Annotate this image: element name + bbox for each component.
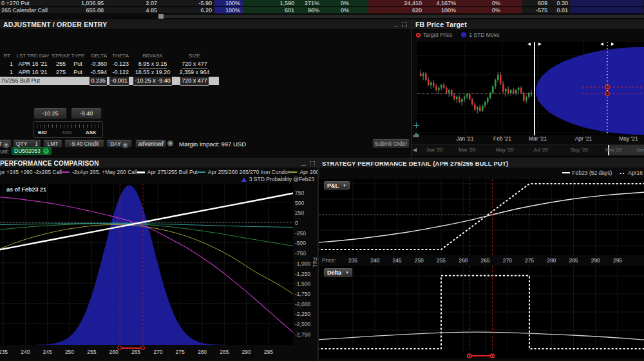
position-cell: 1,036.95 <box>64 0 106 6</box>
submit-order-button[interactable]: Submit Order <box>372 139 410 148</box>
price-slider[interactable]: BID MID ASK <box>33 121 103 138</box>
column-header: DELTA <box>86 52 108 60</box>
fb-legend-item[interactable]: Target Price <box>416 32 452 38</box>
fb-timeline-scrollbar[interactable]: ◀ Jan '20Mar '20May '20Jul '20Sep '20Nov… <box>412 144 644 155</box>
order-leg-row[interactable]: 1APR 16 '21275Put-0.594-0.12218.55 x 19.… <box>0 68 219 77</box>
strategy-summary-row[interactable]: 75/255 Bull Put0.235-0.001-10.25 x -9.40… <box>0 77 219 85</box>
size-cell: 2,359 x 964 <box>175 68 214 77</box>
restore-icon[interactable] <box>402 22 407 27</box>
performance-comparison-panel: PERFORMANCE COMPARISON pr +245 +290 -2x2… <box>0 159 317 361</box>
delta-metric-dropdown[interactable]: Delta▼ <box>324 268 352 277</box>
chevron-down-icon: ▼ <box>43 148 49 154</box>
bid-price-button[interactable]: -10.25 <box>33 108 67 119</box>
limit-credit-button[interactable]: -9.40 Credit <box>64 139 104 148</box>
tif-dropdown[interactable]: DAY ▼ <box>106 139 132 148</box>
position-label: 0 +270 Put <box>0 0 64 6</box>
position-cell <box>503 7 522 14</box>
ask-price-button[interactable]: -9.40 <box>71 108 102 119</box>
comp-legend-item[interactable]: -2xApr 265. +May 260 Call <box>62 169 137 175</box>
x-tick-label: 255 <box>87 349 96 355</box>
delta-chart <box>319 266 644 358</box>
fb-legend-item[interactable]: 1 STD Move <box>461 32 499 38</box>
comp-legend-item[interactable]: Apr 275/255 Bull Put <box>137 169 198 175</box>
fb-legend: Target Price1 STD Move <box>416 32 500 38</box>
expiry-cell: APR 16 '21 <box>14 60 52 69</box>
y-tick-label: -2,000 <box>295 301 310 307</box>
x-tick-label: 290 <box>242 349 251 355</box>
account-dropdown[interactable]: DU502053 ▼ <box>12 147 52 155</box>
top-horizontal-scrollbar[interactable] <box>0 14 644 19</box>
x-tick-label: 295 <box>264 349 273 355</box>
expiry-cell: APR 16 '21 <box>14 68 52 77</box>
pnl-chart <box>319 179 644 255</box>
legend-item-apr16[interactable]: •• Apr16 <box>620 170 643 176</box>
breakeven-marker[interactable] <box>117 346 122 350</box>
side-dropdown[interactable]: T ▼ <box>0 139 12 148</box>
line-swatch <box>289 171 297 173</box>
position-cell: 609 <box>522 0 550 6</box>
qty-label: QTY <box>16 140 27 147</box>
position-cell: 4,167% <box>424 0 459 6</box>
position-row[interactable]: 265 Calendar Call655.084.856.20100%60196… <box>0 7 644 14</box>
y-tick-label: -1,000 <box>295 260 310 267</box>
advanced-button[interactable]: advanced <box>135 139 166 148</box>
order-leg-row[interactable]: 1APR 16 '21255Put-0.360-0.1238.95 x 9.15… <box>0 60 219 68</box>
legend-label: Apr16 <box>628 170 643 176</box>
position-cell: 1,590 <box>243 0 297 6</box>
bidask-value[interactable]: 8.95 x 9.15 <box>138 60 167 69</box>
timeline-left-arrow-icon[interactable]: ◀ <box>413 147 417 153</box>
line-swatch <box>62 171 70 173</box>
breakeven-marker[interactable] <box>140 346 145 350</box>
pnl-metric-dropdown[interactable]: P&L▼ <box>324 181 350 190</box>
column-header: THETA <box>108 52 130 60</box>
position-cell: 271% <box>297 0 322 6</box>
bidask-cell[interactable]: 8.95 x 9.15 <box>130 60 175 69</box>
position-cell: 2.07 <box>106 0 160 6</box>
comp-legend-item[interactable]: Apr 255/260 265/270 Iron Condor <box>198 169 290 175</box>
column-header: TYPE <box>70 52 86 60</box>
mid-label[interactable]: MID <box>62 130 72 135</box>
y-tick-label: -750 <box>295 250 306 257</box>
bid-label[interactable]: BID <box>38 130 47 135</box>
position-row[interactable]: 0 +270 Put1,036.952.07-5.90100%1,590271%… <box>0 0 644 7</box>
scrollbar-handle[interactable] <box>164 15 644 18</box>
dropdown-label: Delta <box>327 269 341 277</box>
position-cell: 0% <box>322 7 352 14</box>
panel-divider <box>0 158 644 159</box>
position-cell: -575 <box>522 7 550 14</box>
fb-legend-label: 1 STD Move <box>469 32 499 38</box>
bidask-value[interactable]: 18.55 x 19.20 <box>135 68 171 77</box>
strategy-label: 75/255 Bull Put <box>0 77 86 86</box>
comp-panel-title: PERFORMANCE COMPARISON <box>0 160 99 167</box>
position-label: 265 Calendar Call <box>0 7 64 14</box>
x-tick-label: 260 <box>109 349 118 355</box>
comparison-chart <box>0 184 293 345</box>
bidask-cell[interactable]: 18.55 x 19.20 <box>130 68 175 77</box>
restore-icon[interactable] <box>310 161 315 166</box>
x-tick-label: 285 <box>220 349 229 355</box>
fb-panel-titlebar: FB Price Target <box>412 19 644 30</box>
fb-legend-label: Target Price <box>423 32 452 38</box>
order-panel-titlebar: ADJUSTMENT / ORDER ENTRY <box>0 19 411 30</box>
tif-label: DAY <box>110 141 121 147</box>
comp-legend-item[interactable]: pr +245 +290 -2x265 Call <box>0 169 62 175</box>
advanced-plus-icon[interactable]: + <box>167 141 173 146</box>
crosshair-tool-icon[interactable] <box>413 122 419 128</box>
account-value: DU502053 <box>14 148 41 155</box>
comp-legend-line2[interactable]: 3 STD Probability @Feb23 <box>242 176 314 182</box>
minimize-icon[interactable] <box>393 26 398 26</box>
scrollbar-grip[interactable] <box>158 14 164 19</box>
x-tick-label: Feb '21 <box>493 135 511 142</box>
x-tick-label: 275 <box>525 257 534 264</box>
y-tick-label: -2,750 <box>295 331 310 338</box>
delta-value: 0.235 <box>90 77 107 86</box>
histogram-tool-icon[interactable] <box>413 133 419 137</box>
x-tick-label: 280 <box>547 257 556 264</box>
ask-label[interactable]: ASK <box>86 130 97 135</box>
minimize-icon[interactable] <box>301 165 306 166</box>
fb-panel-title: FB Price Target <box>415 21 467 28</box>
timeline-tick-label: May '20 <box>496 147 514 153</box>
x-tick-label: 270 <box>503 257 512 264</box>
legend-item-feb23[interactable]: Feb23 (52 days) <box>562 170 612 176</box>
size-value: 720 x 477 <box>182 60 207 69</box>
